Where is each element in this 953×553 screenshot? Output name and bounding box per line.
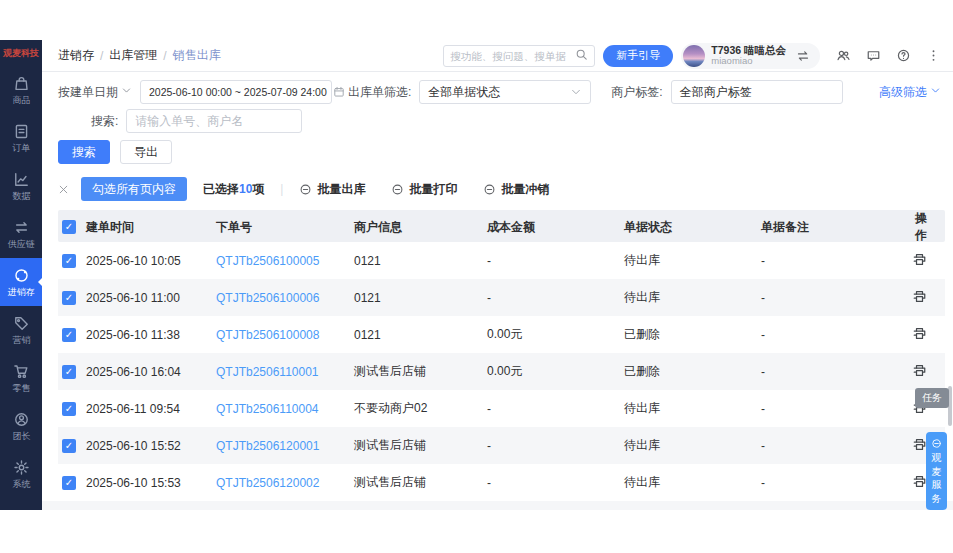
switch-account-icon[interactable]	[796, 49, 810, 63]
topbar: 进销存 / 出库管理 / 销售出库 新手引导 T7936 喵喵总会 miaomi…	[42, 40, 953, 72]
export-button[interactable]: 导出	[120, 140, 172, 164]
supply-icon	[13, 219, 30, 236]
row-checkbox[interactable]: ✓	[62, 291, 76, 305]
sidebar-item-supply[interactable]: 供应链	[0, 210, 42, 258]
people-icon[interactable]	[836, 48, 851, 63]
service-tab-char: 务	[932, 493, 942, 505]
guide-button[interactable]: 新手引导	[603, 45, 673, 67]
sidebar-item-marketing[interactable]: 营销	[0, 306, 42, 354]
print-icon[interactable]	[912, 252, 927, 267]
cell-cost: -	[487, 291, 624, 305]
user-menu[interactable]: T7936 喵喵总会 miaomiao	[681, 43, 820, 69]
print-icon[interactable]	[912, 363, 927, 378]
chevron-down-icon	[121, 85, 132, 99]
keyword-field	[126, 109, 302, 133]
orders-table: ✓ 建单时间 下单号 商户信息 成本金额 单据状态 单据备注 操作 ✓2025-…	[58, 210, 945, 501]
global-search-input[interactable]	[450, 50, 571, 62]
row-checkbox[interactable]: ✓	[62, 365, 76, 379]
app-window: 观麦科技 商品订单数据供应链进销存营销零售团长系统 进销存 / 出库管理 / 销…	[0, 40, 953, 510]
table-row: ✓2025-06-10 10:05QTJTb25061000050121-待出库…	[58, 242, 945, 279]
row-checkbox[interactable]: ✓	[62, 476, 76, 490]
tag-select[interactable]: 全部商户标签	[671, 80, 843, 104]
service-float-tab[interactable]: 观麦服务	[926, 432, 947, 510]
table-row: ✓2025-06-10 15:53QTJTb2506120002测试售后店铺-待…	[58, 464, 945, 501]
cell-status: 已删除	[624, 326, 761, 343]
cell-order-link[interactable]: QTJTb2506100006	[216, 291, 354, 305]
sidebar-item-inventory[interactable]: 进销存	[0, 258, 42, 306]
order-icon	[13, 123, 30, 140]
sidebar-item-label: 进销存	[7, 287, 34, 296]
select-all-pages-button[interactable]: 勾选所有页内容	[81, 177, 187, 201]
date-type-label: 按建单日期	[58, 84, 118, 101]
cell-cost: -	[487, 254, 624, 268]
divider: |	[280, 182, 283, 196]
filter-row-1: 按建单日期 2025-06-10 00:00 ~ 2025-07-09 24:0…	[58, 80, 945, 104]
keyword-input[interactable]	[135, 114, 293, 128]
cell-remark: -	[761, 328, 906, 342]
date-range-field[interactable]: 2025-06-10 00:00 ~ 2025-07-09 24:00	[140, 80, 332, 104]
print-icon[interactable]	[912, 326, 927, 341]
sidebar-item-label: 零售	[12, 383, 30, 392]
table-footer-strip	[42, 501, 953, 510]
row-checkbox[interactable]: ✓	[62, 328, 76, 342]
sidebar-item-goods[interactable]: 商品	[0, 66, 42, 114]
table-row: ✓2025-06-10 11:38QTJTb250610000801210.00…	[58, 316, 945, 353]
sidebar-item-label: 营销	[12, 335, 30, 344]
row-checkbox[interactable]: ✓	[62, 254, 76, 268]
cell-order-link[interactable]: QTJTb2506100008	[216, 328, 354, 342]
cell-time: 2025-06-10 10:05	[86, 254, 216, 268]
tag-filter-label: 商户标签:	[611, 84, 662, 101]
breadcrumb-item[interactable]: 进销存	[58, 47, 94, 64]
table-row: ✓2025-06-10 15:52QTJTb2506120001测试售后店铺-待…	[58, 427, 945, 464]
sidebar-item-data[interactable]: 数据	[0, 162, 42, 210]
row-checkbox[interactable]: ✓	[62, 402, 76, 416]
search-button[interactable]: 搜索	[58, 140, 110, 164]
batch-action-2[interactable]: 批量冲销	[483, 181, 549, 198]
close-icon[interactable]	[58, 184, 69, 195]
print-icon[interactable]	[912, 289, 927, 304]
cell-order-link[interactable]: QTJTb2506100005	[216, 254, 354, 268]
sidebar-item-leader[interactable]: 团长	[0, 402, 42, 450]
row-checkbox[interactable]: ✓	[62, 439, 76, 453]
chat-icon[interactable]	[866, 48, 881, 63]
col-header: 建单时间	[86, 219, 216, 236]
main-area: 进销存 / 出库管理 / 销售出库 新手引导 T7936 喵喵总会 miaomi…	[42, 40, 953, 510]
col-header: 单据状态	[624, 219, 761, 236]
status-select-value: 全部单据状态	[428, 84, 500, 101]
service-tab-char: 观	[932, 452, 942, 464]
task-float-tab[interactable]: 任务	[915, 388, 949, 408]
avatar[interactable]	[683, 45, 705, 67]
batch-action-1[interactable]: 批量打印	[391, 181, 457, 198]
print-icon[interactable]	[912, 474, 927, 489]
cell-time: 2025-06-10 11:00	[86, 291, 216, 305]
cell-merchant: 测试售后店铺	[354, 363, 487, 380]
batch-action-0[interactable]: 批量出库	[299, 181, 365, 198]
table-row: ✓2025-06-11 09:54QTJTb2506110004不要动商户02-…	[58, 390, 945, 427]
person-icon	[13, 411, 30, 428]
cell-order-link[interactable]: QTJTb2506120002	[216, 476, 354, 490]
date-type-dropdown[interactable]: 按建单日期	[58, 84, 132, 101]
cell-order-link[interactable]: QTJTb2506110004	[216, 402, 354, 416]
cell-cost: 0.00元	[487, 363, 624, 380]
help-icon[interactable]	[896, 48, 911, 63]
print-icon[interactable]	[912, 437, 927, 452]
breadcrumb-item[interactable]: 出库管理	[109, 47, 157, 64]
sidebar-item-retail[interactable]: 零售	[0, 354, 42, 402]
cell-remark: -	[761, 476, 906, 490]
status-select[interactable]: 全部单据状态	[419, 80, 591, 104]
search-icon[interactable]	[575, 47, 588, 65]
sidebar-item-orders[interactable]: 订单	[0, 114, 42, 162]
select-all-checkbox[interactable]: ✓	[62, 220, 76, 234]
sidebar-item-system[interactable]: 系统	[0, 450, 42, 498]
tag-icon	[13, 315, 30, 332]
advanced-filter-link[interactable]: 高级筛选	[879, 84, 941, 101]
cell-order-link[interactable]: QTJTb2506110001	[216, 365, 354, 379]
sidebar-item-label: 供应链	[7, 239, 34, 248]
global-search[interactable]	[443, 45, 595, 67]
cell-order-link[interactable]: QTJTb2506120001	[216, 439, 354, 453]
app-logo: 观麦科技	[0, 40, 42, 66]
cell-operations	[906, 326, 945, 344]
cell-cost: -	[487, 439, 624, 453]
cell-cost: -	[487, 476, 624, 490]
more-icon[interactable]	[926, 48, 941, 63]
